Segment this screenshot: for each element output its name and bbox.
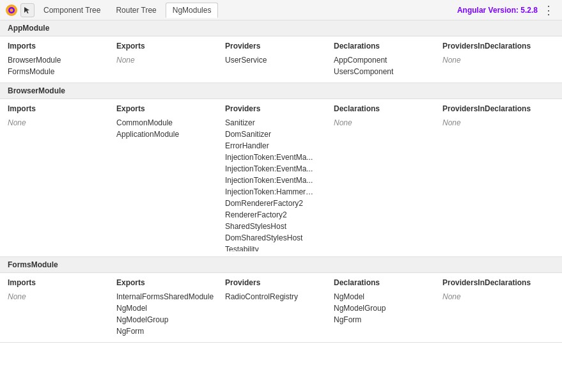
app-module-providers: UserService: [225, 54, 334, 77]
browser-module-section: BrowserModule Imports Exports Providers …: [0, 83, 562, 257]
router-tree-tab[interactable]: Router Tree: [109, 3, 162, 17]
providers-scroll-area[interactable]: Sanitizer DomSanitizer ErrorHandler Inje…: [225, 117, 327, 251]
svg-marker-3: [24, 7, 29, 13]
list-item: BrowserModule: [8, 54, 116, 66]
browser-module-providers: Sanitizer DomSanitizer ErrorHandler Inje…: [225, 117, 334, 251]
list-item: InjectionToken:EventMa...: [225, 175, 327, 186]
list-item: RendererFactory2: [225, 209, 327, 221]
browser-module-header: BrowserModule: [0, 83, 562, 99]
list-item: Sanitizer: [225, 117, 327, 129]
angular-version-label: Angular Version: 5.2.8: [457, 6, 538, 15]
browser-module-providers-in-decl: None: [442, 117, 551, 129]
none-label: None: [8, 291, 116, 302]
forms-module-section: FormsModule Imports Exports Providers De…: [0, 257, 562, 343]
list-item: AppComponent: [334, 54, 442, 66]
providers-header: Providers: [225, 42, 334, 51]
forms-module-imports: None: [8, 291, 116, 337]
app-module-providers-in-decl: None: [442, 54, 551, 77]
app-module-table: Imports Exports Providers Declarations P…: [0, 36, 562, 82]
browser-module-imports: None: [8, 117, 116, 129]
ng-modules-tab[interactable]: NgModules: [166, 3, 219, 18]
declarations-header: Declarations: [334, 104, 442, 113]
list-item: SharedStylesHost: [225, 221, 327, 232]
list-item: ErrorHandler: [225, 140, 327, 152]
imports-header: Imports: [8, 278, 116, 287]
forms-module-table: Imports Exports Providers Declarations P…: [0, 273, 562, 342]
exports-header: Exports: [116, 42, 225, 51]
list-item: NgModelGroup: [334, 302, 442, 314]
list-item: Testability: [225, 244, 327, 251]
list-item: DomSanitizer: [225, 129, 327, 140]
app-module-exports: None: [116, 54, 225, 77]
none-label: None: [442, 291, 551, 302]
list-item: NgForm: [116, 325, 225, 337]
list-item: InjectionToken:Hammer…: [225, 186, 327, 198]
list-item: InjectionToken:EventMa...: [225, 163, 327, 175]
providers-header: Providers: [225, 278, 334, 287]
more-options-button[interactable]: ⋮: [540, 3, 557, 17]
list-item: NgModel: [116, 302, 225, 314]
component-tree-tab[interactable]: Component Tree: [37, 3, 107, 17]
forms-module-providers-in-decl: None: [442, 291, 551, 337]
app-module-header: AppModule: [0, 20, 562, 36]
list-item: NgModel: [334, 291, 442, 302]
declarations-header: Declarations: [334, 278, 442, 287]
imports-header: Imports: [8, 42, 116, 51]
browser-module-exports: CommonModule ApplicationModule: [116, 117, 225, 140]
list-item: RadioControlRegistry: [225, 291, 334, 302]
none-label: None: [334, 117, 442, 129]
forms-module-providers: RadioControlRegistry: [225, 291, 334, 337]
browser-module-declarations: None: [334, 117, 442, 129]
none-label: None: [442, 117, 551, 129]
providers-in-decl-header: ProvidersInDeclarations: [442, 104, 551, 113]
none-label: None: [8, 117, 116, 129]
exports-header: Exports: [116, 278, 225, 287]
imports-header: Imports: [8, 104, 116, 113]
providers-header: Providers: [225, 104, 334, 113]
list-item: DomSharedStylesHost: [225, 232, 327, 244]
list-item: UsersComponent: [334, 66, 442, 77]
none-label: None: [442, 54, 551, 66]
declarations-header: Declarations: [334, 42, 442, 51]
list-item: InternalFormsSharedModule: [116, 291, 225, 302]
list-item: FormsModule: [8, 66, 116, 77]
list-item: ApplicationModule: [116, 129, 225, 140]
cursor-icon: [24, 6, 31, 14]
app-logo: [5, 4, 18, 17]
list-item: NgModelGroup: [116, 314, 225, 325]
svg-point-2: [10, 8, 13, 12]
cursor-tool-button[interactable]: [20, 3, 35, 17]
list-item: NgForm: [334, 314, 442, 325]
list-item: InjectionToken:EventMa...: [225, 152, 327, 163]
app-module-declarations: AppComponent UsersComponent: [334, 54, 442, 77]
list-item: UserService: [225, 54, 334, 66]
none-label: None: [116, 54, 225, 66]
browser-module-table: Imports Exports Providers Declarations P…: [0, 99, 562, 256]
app-module-imports: BrowserModule FormsModule: [8, 54, 116, 77]
providers-in-decl-header: ProvidersInDeclarations: [442, 278, 551, 287]
exports-header: Exports: [116, 104, 225, 113]
forms-module-declarations: NgModel NgModelGroup NgForm: [334, 291, 442, 337]
main-content: AppModule Imports Exports Providers Decl…: [0, 20, 562, 392]
list-item: DomRendererFactory2: [225, 198, 327, 209]
app-module-section: AppModule Imports Exports Providers Decl…: [0, 20, 562, 83]
forms-module-header: FormsModule: [0, 257, 562, 273]
forms-module-exports: InternalFormsSharedModule NgModel NgMode…: [116, 291, 225, 337]
list-item: CommonModule: [116, 117, 225, 129]
providers-in-decl-header: ProvidersInDeclarations: [442, 42, 551, 51]
toolbar: Component Tree Router Tree NgModules Ang…: [0, 0, 562, 20]
